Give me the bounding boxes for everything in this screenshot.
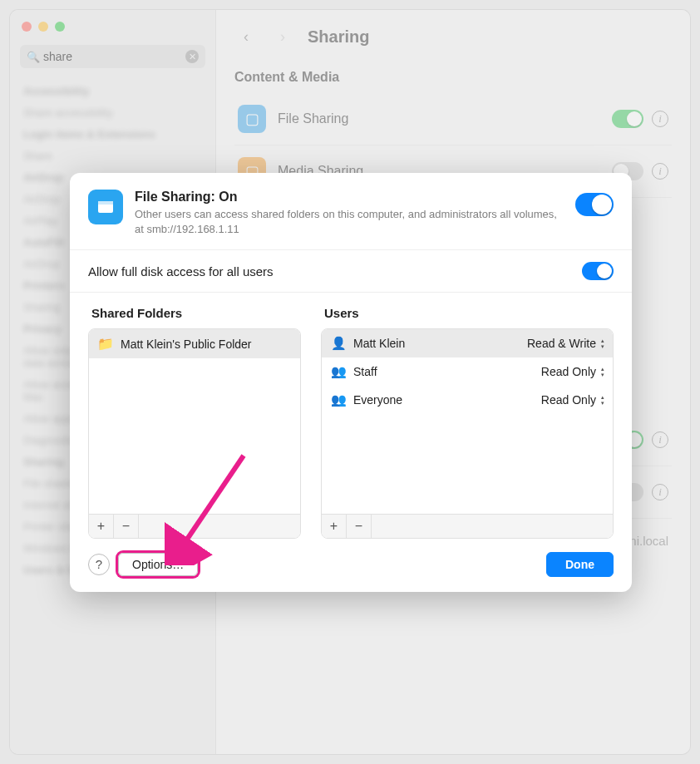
options-button[interactable]: Options… <box>118 553 198 576</box>
user-icon: 👤 <box>330 336 347 351</box>
help-button[interactable]: ? <box>88 554 110 575</box>
remove-user-button[interactable]: − <box>347 515 372 538</box>
user-permission[interactable]: Read Only▴▾ <box>541 365 604 378</box>
shared-folders-list[interactable]: 📁Matt Klein's Public Folder + − <box>88 328 301 539</box>
stepper-icon[interactable]: ▴▾ <box>601 366 604 377</box>
users-list[interactable]: 👤Matt KleinRead & Write▴▾👥StaffRead Only… <box>321 328 614 539</box>
add-folder-button[interactable]: + <box>89 515 114 538</box>
user-name: Matt Klein <box>353 337 520 350</box>
folder-name: Matt Klein's Public Folder <box>121 338 292 351</box>
users-heading: Users <box>321 306 614 320</box>
user-item[interactable]: 👤Matt KleinRead & Write▴▾ <box>322 329 613 357</box>
full-disk-label: Allow full disk access for all users <box>88 264 274 278</box>
svg-rect-1 <box>98 201 113 205</box>
user-permission[interactable]: Read & Write▴▾ <box>527 337 604 350</box>
user-icon: 👥 <box>330 392 347 407</box>
stepper-icon[interactable]: ▴▾ <box>601 338 604 349</box>
modal-description: Other users can access shared folders on… <box>135 207 564 236</box>
shared-folders-heading: Shared Folders <box>88 306 301 320</box>
stepper-icon[interactable]: ▴▾ <box>601 394 604 406</box>
user-icon: 👥 <box>330 364 347 379</box>
file-sharing-icon <box>88 190 123 224</box>
user-name: Staff <box>353 365 535 378</box>
done-button[interactable]: Done <box>546 552 614 577</box>
file-sharing-toggle[interactable] <box>575 193 614 216</box>
user-permission[interactable]: Read Only▴▾ <box>541 393 604 407</box>
folder-icon: 📁 <box>97 336 114 352</box>
remove-folder-button[interactable]: − <box>114 515 139 538</box>
user-name: Everyone <box>353 393 535 407</box>
file-sharing-modal: File Sharing: On Other users can access … <box>70 173 632 592</box>
user-item[interactable]: 👥EveryoneRead Only▴▾ <box>322 386 613 414</box>
modal-title: File Sharing: On <box>135 190 564 205</box>
user-item[interactable]: 👥StaffRead Only▴▾ <box>322 357 613 386</box>
add-user-button[interactable]: + <box>322 515 347 538</box>
folder-item[interactable]: 📁Matt Klein's Public Folder <box>89 329 300 358</box>
full-disk-toggle[interactable] <box>582 262 614 280</box>
